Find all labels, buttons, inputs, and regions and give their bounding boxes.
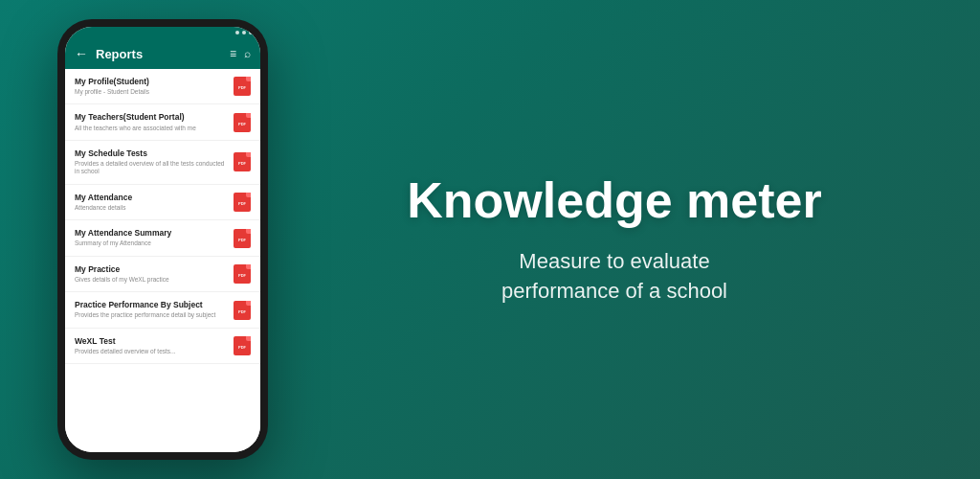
list-item[interactable]: My Attendance Attendance details PDF (65, 185, 260, 220)
list-item[interactable]: My Teachers(Student Portal) All the teac… (65, 104, 260, 140)
list-item[interactable]: My Schedule Tests Provides a detailed ov… (65, 141, 260, 185)
list-item-content: My Practice Gives details of my WeXL pra… (75, 264, 228, 284)
filter-icon[interactable]: ≡ (230, 47, 236, 60)
header-icons: ≡ ⌕ (230, 47, 251, 60)
pdf-icon[interactable]: PDF (234, 77, 251, 96)
list-item-desc: Provides the practice performance detail… (75, 311, 228, 319)
pdf-icon[interactable]: PDF (234, 229, 251, 248)
hero-heading: Knowledge meter (407, 173, 821, 228)
list-item-title: My Attendance (75, 193, 228, 203)
search-icon[interactable]: ⌕ (244, 47, 251, 60)
list-item[interactable]: My Practice Gives details of my WeXL pra… (65, 257, 260, 292)
list-item-desc: Attendance details (75, 204, 228, 212)
list-item-title: WeXL Test (75, 336, 228, 347)
list-item-desc: Provides a detailed overview of all the … (75, 160, 228, 176)
list-item-content: My Teachers(Student Portal) All the teac… (75, 112, 228, 131)
list-item[interactable]: WeXL Test Provides detailed overview of … (65, 329, 260, 364)
phone-frame: ← Reports ≡ ⌕ My Profile(Student) My pro… (57, 19, 268, 460)
pdf-icon[interactable]: PDF (234, 193, 251, 212)
list-item-content: Practice Performance By Subject Provides… (75, 300, 228, 319)
phone-mockup: ← Reports ≡ ⌕ My Profile(Student) My pro… (57, 19, 268, 460)
app-header: ← Reports ≡ ⌕ (65, 38, 260, 69)
list-item-title: My Practice (75, 264, 228, 275)
list-item-desc: My profile - Student Details (75, 88, 228, 96)
list-item[interactable]: My Attendance Summary Summary of my Atte… (65, 220, 260, 256)
list-item-title: Practice Performance By Subject (75, 300, 228, 310)
list-item-content: My Profile(Student) My profile - Student… (75, 77, 228, 96)
list-item-desc: Gives details of my WeXL practice (75, 276, 228, 284)
list-item-desc: Summary of my Attendance (75, 240, 228, 247)
list-item-title: My Attendance Summary (75, 228, 228, 239)
reports-list[interactable]: My Profile(Student) My profile - Student… (65, 69, 260, 452)
list-item-content: My Schedule Tests Provides a detailed ov… (75, 148, 228, 176)
list-item-title: My Teachers(Student Portal) (75, 112, 228, 123)
pdf-icon[interactable]: PDF (234, 301, 251, 320)
list-item-desc: All the teachers who are associated with… (75, 125, 228, 132)
list-item-content: WeXL Test Provides detailed overview of … (75, 336, 228, 355)
list-item[interactable]: Practice Performance By Subject Provides… (65, 292, 260, 328)
list-item-content: My Attendance Summary Summary of my Atte… (75, 228, 228, 247)
header-title: Reports (96, 47, 222, 61)
status-bar (65, 27, 260, 38)
pdf-icon[interactable]: PDF (234, 152, 251, 171)
pdf-icon[interactable]: PDF (234, 264, 251, 284)
list-item-content: My Attendance Attendance details (75, 193, 228, 212)
list-item-title: My Schedule Tests (75, 148, 228, 159)
list-item[interactable]: My Profile(Student) My profile - Student… (65, 69, 260, 104)
list-item-desc: Provides detailed overview of tests... (75, 348, 228, 355)
pdf-icon[interactable]: PDF (234, 336, 251, 355)
hero-subheading: Measure to evaluateperformance of a scho… (501, 247, 727, 307)
phone-screen: ← Reports ≡ ⌕ My Profile(Student) My pro… (65, 27, 260, 452)
back-arrow-icon[interactable]: ← (75, 46, 88, 61)
list-item-title: My Profile(Student) (75, 77, 228, 87)
hero-section: Knowledge meter Measure to evaluateperfo… (268, 173, 923, 307)
pdf-icon[interactable]: PDF (234, 113, 251, 132)
